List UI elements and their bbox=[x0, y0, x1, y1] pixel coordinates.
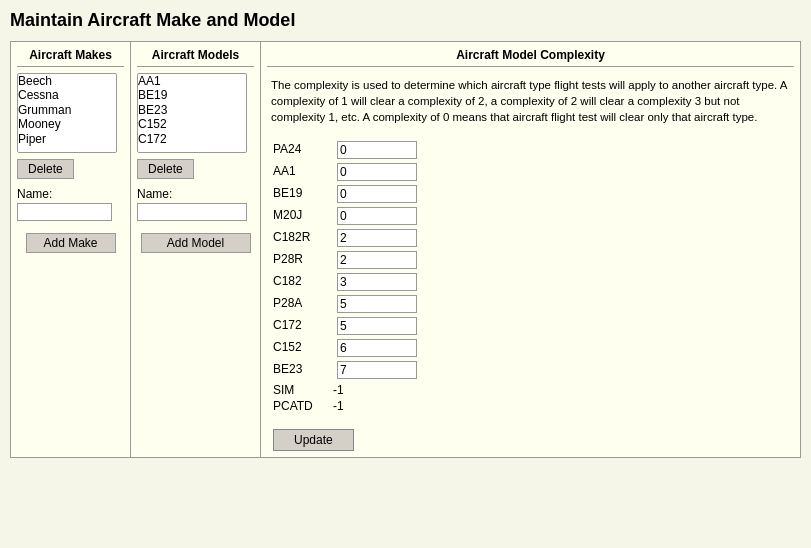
complexity-header: Aircraft Model Complexity bbox=[267, 48, 794, 67]
models-name-input[interactable] bbox=[137, 203, 247, 221]
makes-name-input[interactable] bbox=[17, 203, 112, 221]
complexity-model-label: M20J bbox=[273, 208, 333, 222]
add-make-button[interactable]: Add Make bbox=[26, 233, 116, 253]
complexity-model-input[interactable] bbox=[337, 273, 417, 291]
complexity-model-label: AA1 bbox=[273, 164, 333, 178]
static-models: SIM-1PCATD-1 bbox=[267, 379, 350, 415]
complexity-description: The complexity is used to determine whic… bbox=[267, 73, 794, 129]
models-header: Aircraft Models bbox=[137, 48, 254, 67]
models-column: Aircraft Models AA1BE19BE23C152C172 Dele… bbox=[131, 42, 261, 457]
makes-column: Aircraft Makes BeechCessnaGrummanMooneyP… bbox=[11, 42, 131, 457]
add-model-button[interactable]: Add Model bbox=[141, 233, 251, 253]
complexity-model-input[interactable] bbox=[337, 207, 417, 225]
models-name-label: Name: bbox=[137, 187, 172, 201]
complexity-model-input[interactable] bbox=[337, 317, 417, 335]
static-model-row: SIM-1 bbox=[273, 383, 344, 397]
models-listbox[interactable]: AA1BE19BE23C152C172 bbox=[137, 73, 247, 153]
complexity-model-input[interactable] bbox=[337, 163, 417, 181]
complexity-model-label: P28R bbox=[273, 252, 333, 266]
static-model-value: -1 bbox=[333, 383, 344, 397]
complexity-grid: PA24AA1BE19M20JC182RP28RC182P28AC172C152… bbox=[267, 139, 423, 379]
makes-delete-button[interactable]: Delete bbox=[17, 159, 74, 179]
complexity-model-label: BE23 bbox=[273, 362, 333, 376]
complexity-model-label: PA24 bbox=[273, 142, 333, 156]
complexity-model-input[interactable] bbox=[337, 141, 417, 159]
static-model-row: PCATD-1 bbox=[273, 399, 344, 413]
complexity-model-label: C152 bbox=[273, 340, 333, 354]
complexity-model-input[interactable] bbox=[337, 229, 417, 247]
update-button[interactable]: Update bbox=[273, 429, 354, 451]
makes-header: Aircraft Makes bbox=[17, 48, 124, 67]
makes-listbox[interactable]: BeechCessnaGrummanMooneyPiper bbox=[17, 73, 117, 153]
static-model-label: SIM bbox=[273, 383, 325, 397]
static-model-label: PCATD bbox=[273, 399, 325, 413]
static-model-value: -1 bbox=[333, 399, 344, 413]
makes-name-label: Name: bbox=[17, 187, 52, 201]
complexity-model-input[interactable] bbox=[337, 339, 417, 357]
complexity-model-input[interactable] bbox=[337, 185, 417, 203]
models-delete-button[interactable]: Delete bbox=[137, 159, 194, 179]
complexity-model-label: C182R bbox=[273, 230, 333, 244]
complexity-model-label: C172 bbox=[273, 318, 333, 332]
complexity-model-input[interactable] bbox=[337, 295, 417, 313]
page-title: Maintain Aircraft Make and Model bbox=[10, 10, 801, 31]
complexity-column: Aircraft Model Complexity The complexity… bbox=[261, 42, 800, 457]
complexity-model-input[interactable] bbox=[337, 251, 417, 269]
complexity-model-label: C182 bbox=[273, 274, 333, 288]
main-panel: Aircraft Makes BeechCessnaGrummanMooneyP… bbox=[10, 41, 801, 458]
complexity-model-input[interactable] bbox=[337, 361, 417, 379]
complexity-model-label: P28A bbox=[273, 296, 333, 310]
update-row: Update bbox=[267, 423, 360, 451]
complexity-model-label: BE19 bbox=[273, 186, 333, 200]
